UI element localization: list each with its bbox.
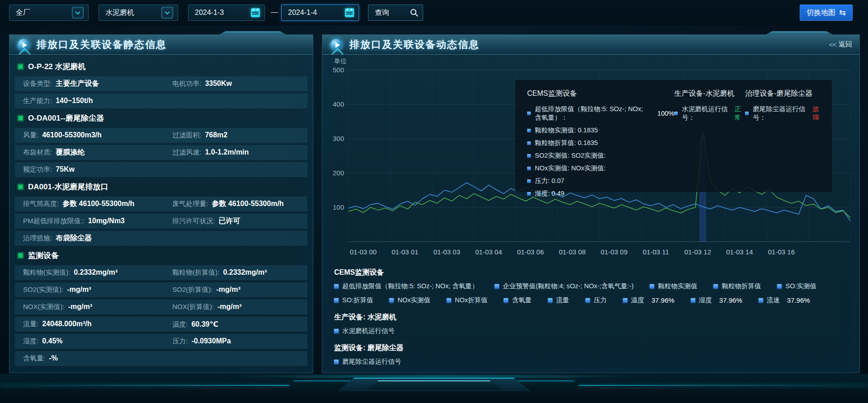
legend-group-header: 监测设备: 磨尾除尘器 [334,343,849,353]
x-tick-label: 01-03 00 [350,248,377,256]
field-value: 已许可 [218,216,240,226]
tooltip-production-row: 水泥磨机运行信号： 正常 [674,105,745,122]
footer-line-left [0,385,289,386]
legend-item-value: 37.96% [719,296,742,304]
legend-square-icon [389,298,394,303]
table-row: 布袋材质:覆膜涤纶过滤风速:1.0-1.2m/min [15,145,307,160]
legend-square-icon [713,284,718,289]
legend-item[interactable]: 企业预警值(颗粒物:4; sOz-; NOx-;含氧气量:-) [495,282,633,291]
legend-item[interactable]: SO:折算值 [334,296,373,305]
tooltip-row-label: 超低排放限值（颗拉物:5: SOz-; NOx; 含氧量）： [535,105,646,122]
legend-item[interactable]: 压力 [585,296,607,305]
switch-map-button[interactable]: 切换地图 ⇆ [800,5,853,21]
field-label: 颗粒物(折算值): [172,268,219,277]
data-cell: 颗粒物(实测值):0.2332mg/m³ [23,268,172,277]
legend-item[interactable]: 颗粒物折算值 [713,282,761,291]
field-value: -mg/m³ [67,286,91,294]
chart-legend: CEMS监测设备超低排放限值（颗拉物:5: SOz-; NOx; 含氧量）企业预… [334,268,849,374]
tooltip-row-label: 颗粒物折算值: 0.1835 [535,139,598,147]
table-row: PM超低排排放限值::10mg/Nm3排污许可状况:已许可 [15,214,307,229]
y-tick-label: 200 [333,169,344,177]
field-label: 额定功率: [23,165,52,174]
status-fault: 故障 [813,105,824,122]
field-label: 流量: [23,320,38,328]
legend-item[interactable]: 颗粒物实测值 [650,282,697,291]
table-row: 风量:46100-55300m3/h过滤面积:768m2 [15,128,307,143]
legend-bullet-icon [745,112,749,115]
x-tick-label: 01-03 06 [517,248,544,256]
legend-item-label: 水泥磨机运行信号 [342,327,395,335]
legend-item[interactable]: 湿度37.96% [691,296,742,305]
field-label: 废气处理量: [172,200,208,208]
field-label: 压力: [172,337,188,346]
data-cell: 布袋材质:覆膜涤纶 [23,148,172,157]
legend-item-label: SO:折算值 [342,296,373,305]
query-button[interactable]: 查询 [368,5,423,21]
legend-item-label: SO:实测值 [785,282,816,291]
legend-item[interactable]: 磨尾除尘器运行信号 [334,357,401,366]
end-date-input[interactable]: 2024-1-4 [281,5,359,21]
data-cell: 过滤面积:768m2 [172,131,307,140]
tooltip-row: SO2实测值: SO2实测值: [527,151,674,160]
legend-item[interactable]: 超低排放限值（颗拉物:5: SOz-; NOx; 含氧量） [334,282,478,291]
data-cell: 排气筒高度:参数 46100-55300m/h [23,199,172,209]
legend-item[interactable]: 温度37.96% [623,296,675,305]
field-label: SO2(折算值): [172,286,212,294]
plant-select[interactable]: 全厂 [9,5,89,21]
device-select-value: 水泥磨机 [105,8,158,18]
field-label: 电机功率: [172,80,201,88]
data-cell: 生产能力:140~150t/h [23,97,172,105]
start-date-input[interactable]: 2024-1-3 [188,5,265,21]
back-link[interactable]: << 返回 [829,40,852,49]
field-value: 布袋除尘器 [56,234,92,243]
dynamic-panel-title: 排放口及关联设备动态信息 [349,38,480,52]
green-square-icon [18,64,24,70]
field-label: 过滤面积: [172,131,201,140]
legend-item[interactable]: 含氧量 [504,296,532,305]
legend-square-icon [759,298,763,303]
legend-item[interactable]: 流量 [548,296,569,305]
legend-group-header: 生产设备: 水泥磨机 [334,313,849,322]
field-value: -mg/m³ [216,286,240,294]
calendar-icon[interactable] [345,8,354,17]
back-link-label: 返回 [839,40,852,49]
legend-items: 磨尾除尘器运行信号 [334,357,849,366]
legend-group: 生产设备: 水泥磨机水泥磨机运行信号 [334,313,849,335]
device-select[interactable]: 水泥磨机 [99,5,178,21]
y-tick-label: 500 [333,66,344,74]
table-row: 设备类型:主要生产设备电机功率:3350Kw [15,76,307,91]
legend-item[interactable]: 水泥磨机运行信号 [334,327,395,335]
section-title-label: O-DA001--磨尾除尘器 [28,113,104,123]
field-value: 768m2 [205,131,227,139]
field-label: 湿度: [23,337,38,346]
legend-item[interactable]: SO:实测值 [777,282,816,291]
calendar-icon[interactable] [251,8,260,17]
legend-item[interactable]: 流速37.96% [759,296,810,305]
data-cell: 废气处理量:参数 46100-55300m/h [172,199,307,209]
field-value: 140~150t/h [56,97,93,105]
table-row: NOX(实测值):-mg/m³NOX(折算值):-mg/m³ [15,300,307,314]
legend-group: 监测设备: 磨尾除尘器磨尾除尘器运行信号 [334,343,849,366]
field-label: SO2(实测值): [23,286,63,294]
data-cell: 颗粒物(折算值):0.2332mg/m³ [172,268,307,277]
legend-item[interactable]: NOx折算值 [447,296,488,305]
x-tick-label: 01-03 09 [601,248,627,256]
chevron-down-icon[interactable] [72,7,84,19]
data-cell: 含氧量:-% [23,354,172,363]
tooltip-row: 颗粒物折算值: 0.1835 [527,139,674,147]
legend-square-icon [585,298,590,303]
y-tick-label: 400 [333,100,344,108]
legend-item[interactable]: NOx实测值 [389,296,430,305]
section-title-label: O-P-22 水泥磨机 [28,61,86,72]
table-row: 排气筒高度:参数 46100-55300m/h废气处理量:参数 46100-55… [15,197,307,211]
tooltip-row: NOx实测值: NOx实测值: [527,164,674,173]
end-date-value: 2024-1-4 [288,9,341,17]
chevron-down-icon[interactable] [161,7,173,19]
legend-group: CEMS监测设备超低排放限值（颗拉物:5: SOz-; NOx; 含氧量）企业预… [334,268,849,305]
tooltip-treatment-label: 磨尾除尘器运行信号： [753,105,808,122]
legend-square-icon [504,298,508,303]
x-tick-label: 01-03 14 [726,248,753,256]
legend-item-label: 企业预警值(颗粒物:4; sOz-; NOx-;含氧气量:-) [503,282,633,291]
data-cell: SO2(折算值):-mg/m³ [172,286,307,294]
table-row: 颗粒物(实测值):0.2332mg/m³颗粒物(折算值):0.2332mg/m³ [15,265,307,280]
